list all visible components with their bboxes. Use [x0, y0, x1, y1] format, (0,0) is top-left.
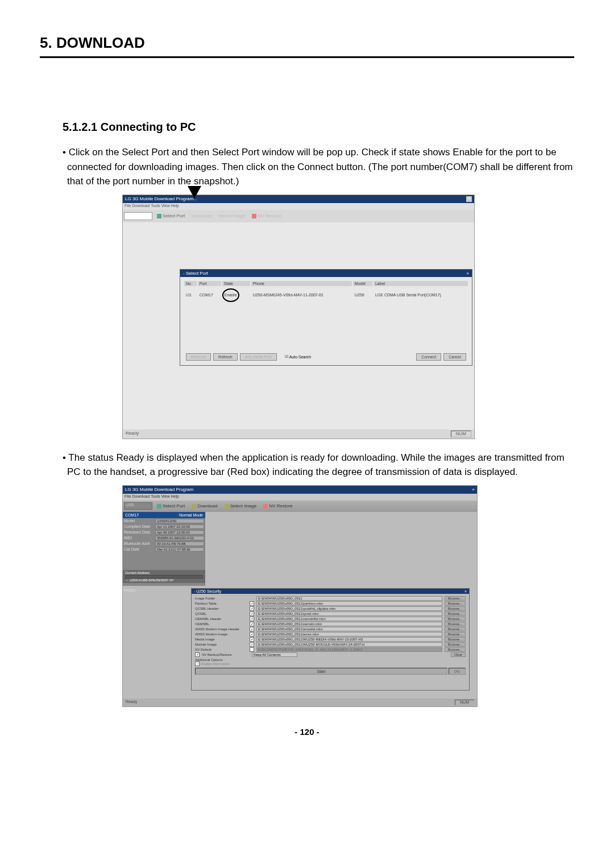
sec-row-module: Module Image ✓ E:\EW04\WU250\v09D_0511\W… — [195, 642, 466, 647]
sec-row-oemsbl: OEMSBL ✓ E:\EW04\WU250\v09D_0511\oemsbl.… — [195, 622, 466, 626]
page-number: - 120 - — [40, 727, 574, 737]
checkbox[interactable]: ✓ — [250, 627, 254, 631]
screenshot-2-container: LG 3G Mobile Download Program × File Dow… — [122, 485, 574, 707]
sec-row-amss-header: AMSS Modem Image Header ✓ E:\EW04\WU250\… — [195, 627, 466, 631]
clear-button[interactable]: Clear — [451, 652, 466, 657]
restore-icon — [252, 214, 256, 218]
refresh-button[interactable]: Refresh — [213, 353, 238, 361]
status-ready-2: Ready — [126, 700, 137, 705]
port-icon-2 — [157, 504, 161, 509]
remove-button[interactable]: Remove — [186, 353, 211, 361]
status-num: NUM — [451, 431, 471, 437]
browse-button[interactable]: Browse... — [445, 611, 466, 616]
menu-bar-2[interactable]: File Download Tools View Help — [123, 494, 477, 501]
nv-backup-select[interactable]: Keep All Contents — [252, 652, 297, 657]
cell-no: ☑1 — [184, 287, 197, 303]
checkbox[interactable]: ✓ — [250, 632, 254, 636]
imei-value: 356385-01-590230-4-03 — [155, 536, 204, 540]
checkbox[interactable]: ✓ — [195, 652, 200, 657]
col-label: Label — [374, 281, 468, 286]
nv-restore-button[interactable]: NV Restore — [250, 213, 283, 219]
header-section: 5. DOWNLOAD — [40, 34, 574, 58]
screenshot-2: LG 3G Mobile Download Program × File Dow… — [122, 485, 478, 707]
start-button[interactable]: Start — [195, 668, 447, 675]
cancel-button[interactable]: Cancel — [443, 353, 466, 361]
security-title: - U250 Security — [194, 589, 221, 593]
sec-row-oemsbl-header: OEMSBL Header ✓ E:\EW04\WU250\v09D_0511\… — [195, 617, 466, 621]
checkbox[interactable]: ✓ — [250, 642, 254, 647]
port-table: No Port State Phone Model Label ☑1 COM17… — [183, 280, 469, 304]
select-image-button-2[interactable]: Select Image — [222, 503, 259, 509]
cell-state: Enable — [222, 287, 250, 303]
browse-button[interactable]: Browse... — [445, 627, 466, 631]
dialog-close-icon[interactable]: × — [466, 271, 469, 276]
browse-button[interactable]: Browse... — [445, 637, 466, 642]
checkbox[interactable]: ✓ — [250, 606, 254, 611]
window-title: LG 3G Mobile Download Program... — [125, 196, 197, 202]
checkbox[interactable]: ✓ — [250, 617, 254, 621]
checkbox[interactable] — [250, 647, 254, 652]
sec-row-nv-default: NV Default E:\ELCM2\NOTEBOOK_(WNCR)\EL_S… — [195, 647, 466, 652]
cell-model: U250 — [353, 287, 372, 303]
browse-button[interactable]: Browse... — [445, 596, 466, 601]
download-button-2[interactable]: Download — [189, 503, 220, 509]
nv-restore-button-2[interactable]: NV Restore — [261, 503, 294, 509]
browse-button[interactable]: Browse... — [445, 632, 466, 636]
security-content: Image Folder E:\EW04\WU250\v09D_0511 Bro… — [192, 594, 469, 677]
checkbox[interactable]: ✓ — [250, 611, 254, 616]
col-no: No — [184, 281, 197, 286]
toolbar-2: USB Select Port Download Select Image NV… — [123, 501, 477, 512]
table-row[interactable]: ☑1 COM17 Enable U250-MSM6245-V09d-MAY-11… — [184, 287, 468, 303]
display-info-checkbox[interactable]: ✓ Display Information — [195, 662, 466, 666]
status-ready: Ready — [126, 431, 139, 437]
auto-search-checkbox[interactable]: ☑ Auto Search — [285, 354, 312, 359]
connect-button[interactable]: Connect — [416, 353, 441, 361]
col-port: Port — [198, 281, 221, 286]
select-port-dialog: - Select Port × No Port State Phone Mode… — [180, 269, 472, 366]
status-bar: Ready NUM — [123, 429, 474, 439]
model-value: U250/KU250 — [155, 519, 204, 523]
progress-section: Current Address → U250-KU88-SPE/09/2007-… — [123, 570, 205, 583]
port-dropdown[interactable] — [124, 212, 152, 220]
checkbox[interactable]: ✓ — [250, 622, 254, 626]
progress-detail: → U250-KU88-SPE/09/2007-0Y — [125, 578, 174, 582]
model-label: Model — [124, 519, 155, 523]
col-state: State — [222, 281, 250, 286]
mode-label: Normal Mode — [179, 513, 203, 517]
browse-button[interactable]: Browse... — [445, 617, 466, 621]
checkbox[interactable]: ✓ — [250, 601, 254, 606]
select-port-button-2[interactable]: Select Port — [155, 503, 187, 509]
sec-row-qcsbl: QCSBL ✓ E:\EW04\WU250\v09D_0511\qcsbl.mb… — [195, 611, 466, 616]
checkbox[interactable]: ✓ — [250, 637, 254, 642]
page-title: 5. DOWNLOAD — [40, 34, 574, 52]
security-close-icon[interactable]: × — [464, 589, 467, 593]
image-icon — [225, 504, 229, 509]
close-icon[interactable]: × — [466, 196, 472, 202]
arrow-pointer-icon — [188, 186, 201, 199]
port-dropdown-2[interactable]: USB — [124, 502, 152, 510]
browse-button[interactable]: Browse... — [445, 601, 466, 606]
close-icon-2[interactable]: × — [472, 487, 475, 493]
browse-button[interactable]: Browse... — [445, 622, 466, 626]
cal-label: Cal Date — [124, 547, 155, 552]
state-circle: Enable — [222, 288, 239, 302]
security-title-bar: - U250 Security × — [192, 589, 469, 594]
status-num-2: NUM — [455, 700, 474, 705]
menu-bar[interactable]: File Download Tools View Help — [123, 203, 474, 210]
sec-row-media: Media Image ✓ E:\EW04\WU250\v09D_0511\WU… — [195, 637, 466, 642]
cell-label: LGE CDMA USB Serial Port(COM17) — [374, 287, 468, 303]
start-section: Start 0% — [195, 668, 466, 675]
browse-button[interactable]: Browse... — [445, 642, 466, 647]
select-image-button[interactable]: Select Image — [217, 213, 248, 219]
add-serial-button[interactable]: Add Serial Port — [240, 353, 277, 361]
dialog-title-bar: - Select Port × — [180, 270, 472, 277]
bt-value: 00:19:A1:FB:79:8B — [155, 542, 204, 546]
browse-button[interactable]: Browse... — [445, 606, 466, 611]
download-button[interactable]: Download — [189, 213, 214, 219]
browse-button[interactable]: Browse... — [445, 647, 466, 652]
select-port-button[interactable]: Select Port — [155, 213, 187, 219]
checkbox[interactable]: ✓ — [195, 662, 200, 666]
col-model: Model — [353, 281, 372, 286]
info-panel-header: COM17 Normal Mode — [123, 512, 205, 518]
port-icon — [157, 214, 161, 218]
